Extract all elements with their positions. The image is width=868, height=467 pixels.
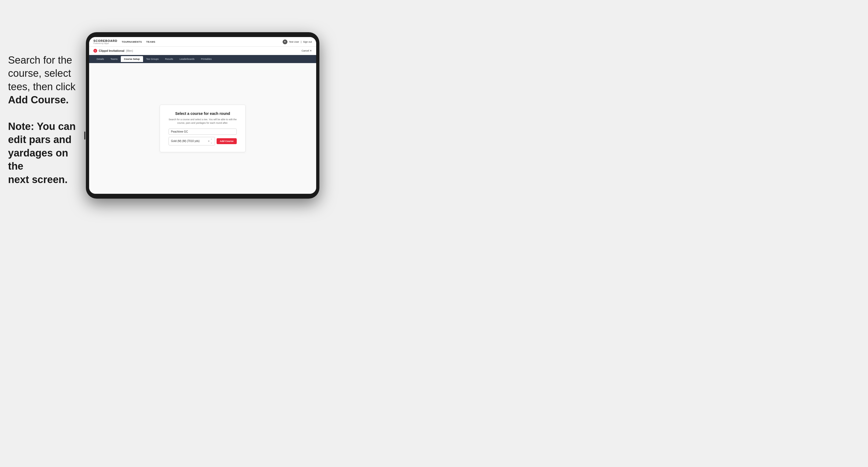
sign-out-link[interactable]: Sign out: [303, 40, 312, 43]
chevron-icon: ⌃⌄: [210, 138, 213, 144]
top-nav-right: R Test User | Sign out: [283, 39, 312, 44]
user-avatar: R: [283, 39, 287, 44]
tab-bar: Details Teams Course Setup Tee Groups Re…: [89, 55, 316, 63]
top-nav: SCOREBOARD Powered by clippd TOURNAMENTS…: [89, 37, 316, 47]
tournament-type: (Men): [126, 50, 133, 52]
logo-area: SCOREBOARD Powered by clippd: [93, 39, 117, 44]
annotation-line2: course, select: [8, 68, 71, 79]
annotation-note4: next screen.: [8, 174, 68, 185]
tournament-name: Clippd Invitational: [99, 49, 124, 52]
tablet-side-button: [84, 131, 85, 139]
top-nav-left: SCOREBOARD Powered by clippd TOURNAMENTS…: [93, 39, 155, 44]
annotation-line4: Add Course.: [8, 94, 69, 105]
tab-leaderboards[interactable]: Leaderboards: [176, 56, 198, 62]
tee-select-controls: ✕ ⌃⌄: [208, 138, 213, 144]
annotation-note3: yardages on the: [8, 147, 68, 172]
nav-links: TOURNAMENTS TEAMS: [122, 40, 155, 43]
tablet-screen: SCOREBOARD Powered by clippd TOURNAMENTS…: [89, 37, 316, 194]
course-search-input[interactable]: [168, 129, 237, 135]
logo-sub: Powered by clippd: [93, 42, 117, 44]
tab-teams[interactable]: Teams: [107, 56, 121, 62]
add-course-button[interactable]: Add Course: [217, 138, 237, 144]
nav-teams[interactable]: TEAMS: [146, 40, 155, 43]
user-label: Test User: [289, 40, 299, 43]
tab-results[interactable]: Results: [162, 56, 176, 62]
course-select-panel: Select a course for each round Search fo…: [160, 105, 246, 152]
tournament-icon: C: [93, 49, 97, 53]
annotation-note2: edit pars and: [8, 134, 72, 145]
tee-select-value: Gold (M) (M) (7010 yds): [171, 139, 200, 143]
logo-text: SCOREBOARD: [93, 39, 117, 42]
panel-title: Select a course for each round: [168, 112, 237, 116]
annotation-line3: tees, then click: [8, 81, 75, 92]
cancel-button[interactable]: Cancel ✕: [302, 50, 312, 52]
main-content: Select a course for each round Search fo…: [89, 63, 316, 194]
tab-tee-groups[interactable]: Tee Groups: [143, 56, 162, 62]
tab-printables[interactable]: Printables: [198, 56, 215, 62]
nav-separator: |: [301, 40, 302, 43]
annotation-block: Search for the course, select tees, then…: [8, 54, 83, 186]
tournament-header: C Clippd Invitational (Men) Cancel ✕: [89, 47, 316, 55]
tee-select-dropdown[interactable]: Gold (M) (M) (7010 yds) ✕ ⌃⌄: [168, 137, 215, 146]
annotation-line1: Search for the: [8, 55, 72, 66]
nav-tournaments[interactable]: TOURNAMENTS: [122, 40, 142, 43]
annotation-note1: Note: You can: [8, 121, 76, 132]
tablet-frame: SCOREBOARD Powered by clippd TOURNAMENTS…: [86, 32, 319, 198]
tab-details[interactable]: Details: [93, 56, 107, 62]
tab-course-setup[interactable]: Course Setup: [121, 56, 143, 62]
tournament-title-area: C Clippd Invitational (Men): [93, 49, 133, 53]
panel-description: Search for a course and select a tee. Yo…: [168, 118, 237, 125]
tee-select-row: Gold (M) (M) (7010 yds) ✕ ⌃⌄ Add Course: [168, 137, 237, 146]
clear-icon[interactable]: ✕: [208, 140, 210, 143]
